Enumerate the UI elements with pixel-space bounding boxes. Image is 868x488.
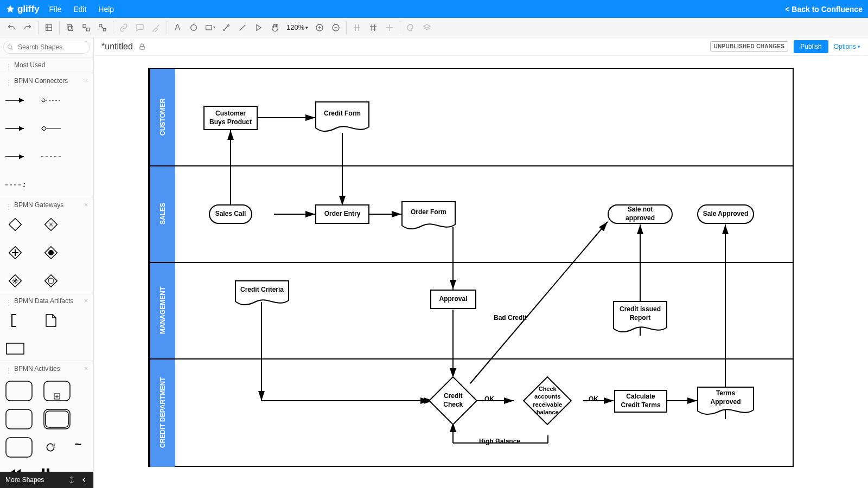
ungroup-button[interactable]	[94, 20, 111, 36]
layers-button[interactable]	[419, 20, 435, 36]
menu-edit[interactable]: Edit	[73, 5, 86, 14]
svg-point-7	[191, 24, 197, 30]
lock-icon	[138, 43, 146, 50]
close-icon[interactable]: ×	[84, 365, 88, 373]
svg-point-30	[48, 278, 54, 284]
svg-line-57	[470, 222, 608, 383]
edge-label-high: High Balance	[479, 438, 520, 445]
section-artifacts[interactable]: ⋮⋮BPMN Data Artifacts×	[0, 293, 93, 309]
connector-conditional-icon[interactable]	[41, 93, 61, 108]
close-icon[interactable]: ×	[84, 77, 88, 85]
connector-default-icon[interactable]	[5, 121, 25, 136]
node-sale-approved[interactable]: Sale Approved	[697, 204, 754, 224]
activity-task-icon[interactable]	[5, 381, 33, 401]
guides-button[interactable]	[381, 20, 398, 36]
connector-plain-icon[interactable]	[5, 149, 25, 164]
search-input[interactable]	[3, 41, 90, 54]
split-icon[interactable]	[67, 476, 76, 484]
back-to-confluence-link[interactable]: < Back to Confluence	[785, 5, 863, 14]
activity-task2-icon[interactable]	[5, 409, 33, 429]
section-gateways[interactable]: ⋮⋮BPMN Gateways×	[0, 197, 93, 213]
zoom-out-button[interactable]	[328, 20, 344, 36]
copy-button[interactable]	[62, 20, 78, 36]
shapes-sidebar: ⋮⋮Most Used ⋮⋮BPMN Connectors× ⋮⋮BPMN Ga…	[0, 37, 94, 488]
connector-association-icon[interactable]	[41, 149, 61, 164]
undo-button[interactable]	[3, 20, 20, 36]
edge-label-ok1: OK	[484, 395, 494, 403]
svg-point-9	[224, 29, 225, 30]
node-terms-approved[interactable]: Terms Approved	[697, 388, 754, 408]
link-button[interactable]	[116, 20, 132, 36]
document-header: *untitled UNPUBLISHED CHANGES Publish Op…	[94, 37, 868, 56]
more-shapes-button[interactable]: More Shapes	[5, 476, 44, 484]
close-icon[interactable]: ×	[84, 201, 88, 209]
redo-button[interactable]	[20, 20, 36, 36]
section-most-used[interactable]: ⋮⋮Most Used	[0, 57, 93, 73]
node-approval[interactable]: Approval	[430, 290, 476, 309]
swimlane-pool[interactable]: CUSTOMER SALES MANAGEMENT CREDIT DEPARTM…	[148, 68, 794, 467]
svg-rect-5	[99, 24, 102, 27]
shape-style-button[interactable]	[403, 20, 419, 36]
activity-tilde-icon[interactable]: ~	[68, 437, 88, 452]
line-tool-button[interactable]	[234, 20, 251, 36]
publish-button[interactable]: Publish	[794, 40, 828, 53]
node-credit-criteria[interactable]: Credit Criteria	[235, 281, 289, 299]
gateway-inclusive-filled-icon[interactable]	[41, 245, 61, 260]
svg-rect-23	[9, 219, 22, 231]
play-tool-button[interactable]	[251, 20, 267, 36]
zoom-display[interactable]: 120%▾	[283, 23, 311, 31]
node-customer-buys[interactable]: Customer Buys Product	[203, 106, 258, 130]
node-sales-call[interactable]: Sales Call	[209, 204, 252, 224]
node-order-form[interactable]: Order Form	[401, 202, 456, 223]
connector-dashed-arrow-icon[interactable]	[5, 177, 25, 192]
menu-file[interactable]: File	[49, 5, 62, 14]
node-sale-not-approved[interactable]: Sale not approved	[608, 204, 673, 224]
svg-rect-41	[140, 46, 144, 49]
svg-rect-3	[83, 24, 86, 27]
gateway-exclusive-icon[interactable]	[5, 217, 25, 232]
node-credit-issued[interactable]: Credit issued Report	[613, 302, 667, 326]
svg-rect-18	[42, 126, 46, 131]
artifact-group-icon[interactable]	[5, 341, 25, 356]
artifact-data-icon[interactable]	[41, 313, 61, 328]
section-activities[interactable]: ⋮⋮BPMN Activities×	[0, 361, 93, 376]
svg-rect-2	[67, 24, 72, 29]
circle-tool-button[interactable]	[186, 20, 202, 36]
artifact-annotation-icon[interactable]	[5, 313, 25, 328]
options-menu[interactable]: Options▾	[834, 43, 860, 50]
zoom-in-button[interactable]	[311, 20, 328, 36]
activity-call-icon[interactable]	[5, 437, 33, 458]
section-connectors[interactable]: ⋮⋮BPMN Connectors×	[0, 73, 93, 88]
group-button[interactable]	[78, 20, 94, 36]
menu-help[interactable]: Help	[98, 5, 114, 14]
gateway-event-icon[interactable]	[41, 273, 61, 288]
close-icon[interactable]: ×	[84, 297, 88, 305]
activity-subprocess-icon[interactable]	[43, 381, 71, 401]
comment-button[interactable]	[132, 20, 148, 36]
connector-diamond-icon[interactable]	[41, 121, 61, 136]
canvas-area[interactable]: *untitled UNPUBLISHED CHANGES Publish Op…	[94, 37, 868, 488]
activity-loop-icon[interactable]	[43, 437, 58, 458]
collapse-icon[interactable]	[80, 476, 88, 484]
gateway-complex-icon[interactable]	[5, 273, 25, 288]
rect-tool-button[interactable]: ▾	[202, 20, 218, 36]
toolbar: A ▾ 120%▾	[0, 18, 868, 37]
format-painter-button[interactable]	[148, 20, 164, 36]
connector-tool-button[interactable]	[218, 20, 234, 36]
pan-tool-button[interactable]	[267, 20, 283, 36]
grid-button[interactable]	[365, 20, 381, 36]
node-calc-terms[interactable]: Calculate Credit Terms	[614, 390, 667, 413]
node-order-entry[interactable]: Order Entry	[315, 204, 369, 224]
activity-transaction-icon[interactable]	[43, 409, 71, 429]
fit-button[interactable]	[41, 20, 57, 36]
svg-rect-4	[87, 28, 90, 30]
svg-rect-36	[44, 409, 70, 429]
node-credit-form[interactable]: Credit Form	[315, 102, 369, 125]
snap-button[interactable]	[349, 20, 365, 36]
gateway-x-icon[interactable]	[41, 217, 61, 232]
connector-sequence-icon[interactable]	[5, 93, 25, 108]
svg-point-10	[228, 24, 229, 26]
text-tool-button[interactable]: A	[169, 20, 186, 36]
gateway-parallel-icon[interactable]	[5, 245, 25, 260]
document-title[interactable]: *untitled	[101, 42, 133, 52]
